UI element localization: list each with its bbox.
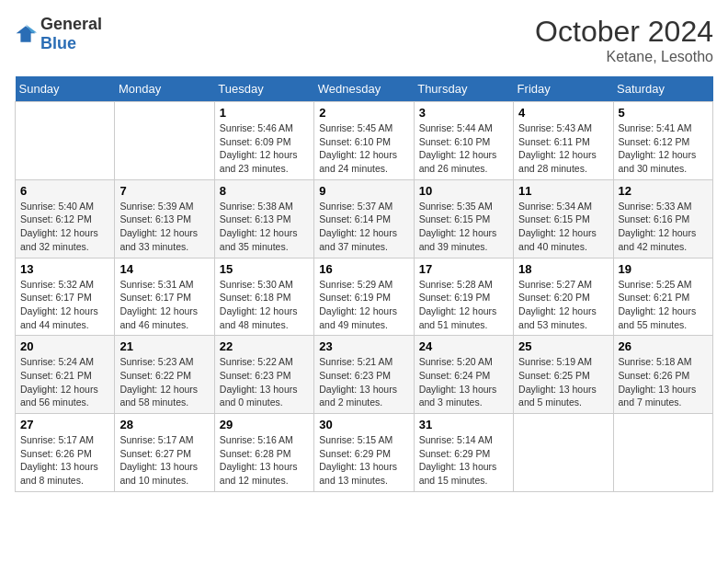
day-info: Sunrise: 5:41 AM Sunset: 6:12 PM Dayligh…	[619, 121, 708, 176]
svg-marker-0	[17, 26, 36, 42]
calendar-cell: 10Sunrise: 5:35 AM Sunset: 6:15 PM Dayli…	[414, 179, 513, 258]
day-info: Sunrise: 5:21 AM Sunset: 6:23 PM Dayligh…	[319, 355, 408, 409]
day-number: 2	[319, 106, 408, 120]
calendar-cell: 18Sunrise: 5:27 AM Sunset: 6:20 PM Dayli…	[514, 258, 613, 336]
calendar-cell: 1Sunrise: 5:46 AM Sunset: 6:09 PM Daylig…	[214, 102, 313, 180]
weekday-header: Wednesday	[314, 76, 414, 102]
calendar-cell: 23Sunrise: 5:21 AM Sunset: 6:23 PM Dayli…	[314, 336, 414, 414]
calendar-week-row: 1Sunrise: 5:46 AM Sunset: 6:09 PM Daylig…	[16, 102, 713, 180]
day-number: 11	[518, 184, 608, 198]
day-number: 5	[619, 106, 708, 120]
logo-text: General Blue	[40, 15, 102, 53]
day-number: 26	[619, 339, 708, 353]
day-number: 27	[20, 418, 109, 431]
day-info: Sunrise: 5:28 AM Sunset: 6:19 PM Dayligh…	[419, 278, 508, 332]
weekday-header: Thursday	[414, 76, 513, 102]
calendar-cell: 31Sunrise: 5:14 AM Sunset: 6:29 PM Dayli…	[414, 414, 513, 492]
day-info: Sunrise: 5:19 AM Sunset: 6:25 PM Dayligh…	[518, 355, 608, 409]
day-info: Sunrise: 5:22 AM Sunset: 6:23 PM Dayligh…	[220, 355, 309, 409]
day-info: Sunrise: 5:32 AM Sunset: 6:17 PM Dayligh…	[20, 278, 109, 332]
calendar-cell: 2Sunrise: 5:45 AM Sunset: 6:10 PM Daylig…	[314, 102, 414, 180]
calendar-cell	[514, 414, 613, 492]
day-info: Sunrise: 5:20 AM Sunset: 6:24 PM Dayligh…	[419, 355, 508, 409]
day-number: 10	[419, 184, 508, 198]
page-header: General Blue October 2024 Ketane, Lesoth…	[15, 15, 713, 65]
calendar-cell: 8Sunrise: 5:38 AM Sunset: 6:13 PM Daylig…	[214, 179, 313, 258]
calendar-cell: 3Sunrise: 5:44 AM Sunset: 6:10 PM Daylig…	[414, 102, 513, 180]
day-number: 4	[518, 106, 608, 120]
day-info: Sunrise: 5:16 AM Sunset: 6:28 PM Dayligh…	[220, 433, 309, 488]
calendar-cell: 13Sunrise: 5:32 AM Sunset: 6:17 PM Dayli…	[16, 258, 115, 336]
day-info: Sunrise: 5:33 AM Sunset: 6:16 PM Dayligh…	[619, 200, 708, 254]
calendar-cell: 12Sunrise: 5:33 AM Sunset: 6:16 PM Dayli…	[613, 179, 712, 258]
day-info: Sunrise: 5:23 AM Sunset: 6:22 PM Dayligh…	[119, 355, 209, 409]
day-info: Sunrise: 5:37 AM Sunset: 6:14 PM Dayligh…	[319, 200, 408, 254]
calendar-cell	[115, 102, 214, 180]
day-number: 7	[119, 184, 209, 198]
calendar-cell: 16Sunrise: 5:29 AM Sunset: 6:19 PM Dayli…	[314, 258, 414, 336]
weekday-header: Tuesday	[214, 76, 313, 102]
day-number: 15	[220, 262, 309, 276]
day-info: Sunrise: 5:46 AM Sunset: 6:09 PM Dayligh…	[220, 121, 309, 176]
weekday-header: Sunday	[16, 76, 115, 102]
calendar-cell: 11Sunrise: 5:34 AM Sunset: 6:15 PM Dayli…	[514, 179, 613, 258]
day-number: 25	[518, 339, 608, 353]
calendar-cell: 30Sunrise: 5:15 AM Sunset: 6:29 PM Dayli…	[314, 414, 414, 492]
day-info: Sunrise: 5:38 AM Sunset: 6:13 PM Dayligh…	[220, 200, 309, 254]
day-number: 28	[119, 418, 209, 431]
day-info: Sunrise: 5:34 AM Sunset: 6:15 PM Dayligh…	[518, 200, 608, 254]
day-info: Sunrise: 5:25 AM Sunset: 6:21 PM Dayligh…	[619, 278, 708, 332]
calendar-cell: 21Sunrise: 5:23 AM Sunset: 6:22 PM Dayli…	[115, 336, 214, 414]
calendar-cell: 9Sunrise: 5:37 AM Sunset: 6:14 PM Daylig…	[314, 179, 414, 258]
calendar-cell: 26Sunrise: 5:18 AM Sunset: 6:26 PM Dayli…	[613, 336, 712, 414]
calendar-cell: 29Sunrise: 5:16 AM Sunset: 6:28 PM Dayli…	[214, 414, 313, 492]
day-info: Sunrise: 5:17 AM Sunset: 6:27 PM Dayligh…	[119, 433, 209, 488]
location-title: Ketane, Lesotho	[535, 49, 713, 65]
day-info: Sunrise: 5:27 AM Sunset: 6:20 PM Dayligh…	[518, 278, 608, 332]
calendar-cell	[16, 102, 115, 180]
calendar-cell: 19Sunrise: 5:25 AM Sunset: 6:21 PM Dayli…	[613, 258, 712, 336]
day-number: 18	[518, 262, 608, 276]
calendar-table: SundayMondayTuesdayWednesdayThursdayFrid…	[15, 76, 713, 492]
logo: General Blue	[15, 15, 102, 53]
day-info: Sunrise: 5:43 AM Sunset: 6:11 PM Dayligh…	[518, 121, 608, 176]
day-info: Sunrise: 5:45 AM Sunset: 6:10 PM Dayligh…	[319, 121, 408, 176]
logo-icon	[15, 23, 37, 45]
day-info: Sunrise: 5:15 AM Sunset: 6:29 PM Dayligh…	[319, 433, 408, 488]
day-info: Sunrise: 5:14 AM Sunset: 6:29 PM Dayligh…	[419, 433, 508, 488]
day-number: 12	[619, 184, 708, 198]
day-number: 9	[319, 184, 408, 198]
day-number: 23	[319, 339, 408, 353]
calendar-cell: 7Sunrise: 5:39 AM Sunset: 6:13 PM Daylig…	[115, 179, 214, 258]
calendar-week-row: 6Sunrise: 5:40 AM Sunset: 6:12 PM Daylig…	[16, 179, 713, 258]
calendar-cell: 28Sunrise: 5:17 AM Sunset: 6:27 PM Dayli…	[115, 414, 214, 492]
day-number: 6	[20, 184, 109, 198]
calendar-cell: 5Sunrise: 5:41 AM Sunset: 6:12 PM Daylig…	[613, 102, 712, 180]
day-info: Sunrise: 5:29 AM Sunset: 6:19 PM Dayligh…	[319, 278, 408, 332]
day-number: 19	[619, 262, 708, 276]
calendar-cell: 4Sunrise: 5:43 AM Sunset: 6:11 PM Daylig…	[514, 102, 613, 180]
day-number: 14	[119, 262, 209, 276]
day-number: 3	[419, 106, 508, 120]
month-title: October 2024	[535, 15, 713, 49]
title-block: October 2024 Ketane, Lesotho	[535, 15, 713, 65]
day-info: Sunrise: 5:17 AM Sunset: 6:26 PM Dayligh…	[20, 433, 109, 488]
day-info: Sunrise: 5:31 AM Sunset: 6:17 PM Dayligh…	[119, 278, 209, 332]
calendar-cell: 20Sunrise: 5:24 AM Sunset: 6:21 PM Dayli…	[16, 336, 115, 414]
day-info: Sunrise: 5:39 AM Sunset: 6:13 PM Dayligh…	[119, 200, 209, 254]
day-number: 30	[319, 418, 408, 431]
weekday-header: Monday	[115, 76, 214, 102]
day-info: Sunrise: 5:35 AM Sunset: 6:15 PM Dayligh…	[419, 200, 508, 254]
day-number: 31	[419, 418, 508, 431]
day-number: 21	[119, 339, 209, 353]
weekday-header: Saturday	[613, 76, 712, 102]
calendar-week-row: 27Sunrise: 5:17 AM Sunset: 6:26 PM Dayli…	[16, 414, 713, 492]
weekday-header: Friday	[514, 76, 613, 102]
calendar-cell: 24Sunrise: 5:20 AM Sunset: 6:24 PM Dayli…	[414, 336, 513, 414]
day-info: Sunrise: 5:40 AM Sunset: 6:12 PM Dayligh…	[20, 200, 109, 254]
day-info: Sunrise: 5:18 AM Sunset: 6:26 PM Dayligh…	[619, 355, 708, 409]
day-number: 13	[20, 262, 109, 276]
calendar-cell: 15Sunrise: 5:30 AM Sunset: 6:18 PM Dayli…	[214, 258, 313, 336]
day-info: Sunrise: 5:24 AM Sunset: 6:21 PM Dayligh…	[20, 355, 109, 409]
calendar-cell: 17Sunrise: 5:28 AM Sunset: 6:19 PM Dayli…	[414, 258, 513, 336]
